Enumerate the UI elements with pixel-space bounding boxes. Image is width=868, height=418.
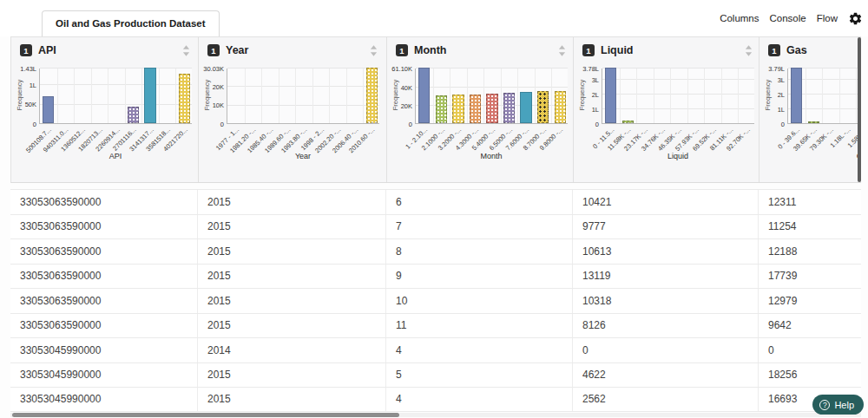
table-cell[interactable]: 17739 bbox=[759, 265, 861, 289]
table-cell[interactable]: 11254 bbox=[759, 215, 861, 239]
table-cell[interactable]: 8 bbox=[386, 239, 573, 264]
table-cell[interactable]: 10318 bbox=[573, 289, 759, 313]
table-cell[interactable]: 13119 bbox=[573, 265, 759, 289]
histogram-bar[interactable] bbox=[791, 68, 802, 123]
histogram-month: Frequency020K40K61.10K1 - 2.10...2.1000 … bbox=[387, 63, 574, 182]
table-cell[interactable]: 10613 bbox=[573, 239, 759, 264]
gridline bbox=[483, 69, 484, 123]
sort-icon[interactable] bbox=[182, 44, 190, 60]
table-cell[interactable]: 10421 bbox=[573, 190, 759, 214]
histogram-bar[interactable] bbox=[605, 68, 616, 123]
gridline bbox=[822, 69, 823, 123]
table-cell[interactable]: 33053063590000 bbox=[10, 265, 198, 289]
histogram-bar[interactable] bbox=[366, 68, 378, 123]
histogram-bar[interactable] bbox=[622, 121, 634, 123]
table-cell[interactable]: 9642 bbox=[759, 314, 861, 338]
table-cell[interactable]: 33053045990000 bbox=[10, 363, 198, 388]
histogram-bar[interactable] bbox=[808, 121, 819, 123]
sort-icon[interactable] bbox=[745, 44, 753, 60]
table-cell[interactable]: 33053045990000 bbox=[10, 338, 198, 362]
column-type-badge: 1 bbox=[20, 44, 32, 56]
histogram-bar[interactable] bbox=[503, 93, 515, 123]
sort-icon[interactable] bbox=[370, 44, 378, 60]
table-cell[interactable]: 12188 bbox=[759, 239, 861, 264]
table-cell[interactable]: 12979 bbox=[759, 289, 861, 313]
table-cell[interactable]: 9 bbox=[386, 265, 573, 289]
topbar-actions: Columns Console Flow bbox=[720, 0, 863, 36]
table-cell[interactable]: 2015 bbox=[198, 239, 386, 264]
flow-link[interactable]: Flow bbox=[817, 13, 838, 23]
histogram-liquid: Frequency01L2L3L3.78L0 - 11.5...11.58K -… bbox=[574, 63, 760, 182]
column-header-month: 1MonthFrequency020K40K61.10K1 - 2.10...2… bbox=[387, 37, 574, 182]
table-cell[interactable]: 33053063590000 bbox=[10, 289, 198, 313]
column-type-badge: 1 bbox=[396, 44, 408, 56]
table-cell[interactable]: 33053063590000 bbox=[10, 239, 198, 264]
table-cell[interactable]: 9777 bbox=[573, 215, 759, 239]
table-cell[interactable]: 10 bbox=[386, 289, 573, 313]
column-title-row[interactable]: 1Year bbox=[199, 37, 385, 63]
dataset-tab-label: Oil and Gas Production Dataset bbox=[56, 18, 206, 29]
table-cell[interactable]: 12311 bbox=[759, 190, 861, 214]
histogram-bar[interactable] bbox=[486, 94, 497, 123]
gridline bbox=[91, 69, 92, 123]
table-cell[interactable]: 2015 bbox=[198, 265, 386, 289]
x-tick-labels: 1 - 2.10...2.1000 -...3.2000 -...4.3000 … bbox=[415, 126, 568, 155]
column-title-row[interactable]: 1Liquid bbox=[574, 37, 760, 63]
table-cell[interactable]: 7 bbox=[386, 215, 573, 239]
gear-icon[interactable] bbox=[848, 11, 863, 26]
y-axis-label: Frequency bbox=[391, 69, 399, 121]
column-title-row[interactable]: 1API bbox=[11, 37, 198, 63]
table-cell[interactable]: 0 bbox=[573, 338, 759, 362]
histogram-bar[interactable] bbox=[452, 95, 464, 123]
table-cell[interactable]: 2015 bbox=[198, 289, 386, 313]
y-tick-label: 3.79L bbox=[760, 65, 785, 73]
column-title-row[interactable]: 1Gas bbox=[760, 37, 861, 63]
table-cell[interactable]: 33053045990000 bbox=[10, 388, 198, 411]
table-cell[interactable]: 2015 bbox=[198, 190, 386, 214]
column-type-badge: 1 bbox=[768, 44, 780, 56]
help-button[interactable]: ? Help bbox=[812, 395, 864, 415]
table-cell[interactable]: 8126 bbox=[573, 314, 759, 338]
histogram-bar[interactable] bbox=[537, 91, 549, 123]
dataset-tab[interactable]: Oil and Gas Production Dataset bbox=[42, 10, 220, 36]
gridline bbox=[295, 69, 296, 123]
histogram-bar[interactable] bbox=[520, 92, 531, 123]
table-cell[interactable]: 11 bbox=[386, 314, 573, 338]
table-cell[interactable]: 2015 bbox=[198, 314, 386, 338]
columns-link[interactable]: Columns bbox=[720, 13, 759, 23]
table-cell[interactable]: 2562 bbox=[573, 388, 759, 411]
table-cell[interactable]: 2015 bbox=[198, 388, 386, 411]
table-cell[interactable]: 2015 bbox=[198, 363, 386, 388]
console-link[interactable]: Console bbox=[770, 13, 806, 23]
table-cell[interactable]: 2015 bbox=[198, 215, 386, 239]
histogram-bar[interactable] bbox=[179, 74, 190, 123]
table-cell[interactable]: 4 bbox=[386, 338, 573, 362]
sort-icon[interactable] bbox=[558, 44, 566, 60]
table-cell[interactable]: 0 bbox=[759, 338, 861, 362]
vertical-scrollbar[interactable] bbox=[858, 37, 861, 182]
table-cell[interactable]: 5 bbox=[386, 363, 573, 388]
table-cell[interactable]: 2014 bbox=[198, 338, 386, 362]
table-cell[interactable]: 33053063590000 bbox=[10, 190, 198, 214]
gridline bbox=[40, 84, 192, 85]
histogram-bar[interactable] bbox=[43, 96, 54, 123]
horizontal-scrollbar-thumb[interactable] bbox=[12, 413, 399, 417]
horizontal-scrollbar-track[interactable] bbox=[10, 413, 861, 417]
histogram-bar[interactable] bbox=[555, 91, 566, 123]
gridline bbox=[57, 69, 58, 123]
histogram-bar[interactable] bbox=[470, 95, 481, 123]
table-cell[interactable]: 6 bbox=[386, 190, 573, 214]
table-cell[interactable]: 33053063590000 bbox=[10, 215, 198, 239]
histogram-bar[interactable] bbox=[436, 95, 447, 123]
column-title-row[interactable]: 1Month bbox=[387, 37, 574, 63]
histogram-bar[interactable] bbox=[144, 68, 155, 123]
table-cell[interactable]: 4622 bbox=[573, 363, 759, 388]
histogram-bar[interactable] bbox=[128, 107, 139, 123]
y-tick-label: 0 bbox=[199, 121, 224, 128]
table-cell[interactable]: 18256 bbox=[759, 363, 861, 388]
y-tick-label: 61.10K bbox=[387, 65, 412, 73]
table-cell[interactable]: 4 bbox=[386, 388, 573, 411]
histogram-bar[interactable] bbox=[418, 68, 430, 123]
gridline bbox=[227, 105, 379, 106]
table-cell[interactable]: 33053063590000 bbox=[10, 314, 198, 338]
